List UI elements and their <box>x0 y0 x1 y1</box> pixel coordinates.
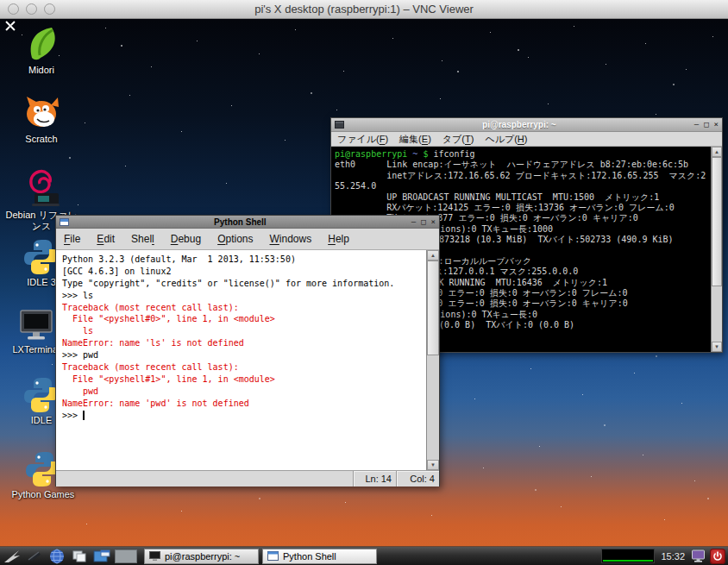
python-shell-line: Traceback (most recent call last): <box>62 361 437 374</box>
python-shell-scrollbar[interactable]: ▲ ▼ <box>426 250 439 470</box>
desktop-icon-label: LXTerminal <box>12 344 60 355</box>
file-manager-icon <box>27 549 42 563</box>
minimize-icon[interactable]: – <box>411 218 416 226</box>
iconify-windows-button[interactable] <box>70 548 89 565</box>
workspace-pager[interactable] <box>115 549 137 563</box>
stars-layer-bright <box>0 19 2 21</box>
terminal-task-icon <box>149 551 160 561</box>
menu-item[interactable]: Help <box>328 233 349 245</box>
taskbar-task-python-shell[interactable]: Python Shell <box>262 549 377 564</box>
show-desktop-button[interactable] <box>92 548 111 565</box>
python-shell-line: NameError: name 'pwd' is not defined <box>62 398 437 410</box>
scroll-up-icon[interactable]: ▲ <box>712 147 722 157</box>
terminal-line: eth0 Link encap:イーサネット ハードウェアアドレス b8:27:… <box>335 160 720 170</box>
shutdown-button[interactable] <box>710 549 725 564</box>
vnc-window-title: pi's X desktop (raspberrypi:1) – VNC Vie… <box>254 3 474 16</box>
desktop-icon-label: Midori <box>28 65 54 75</box>
taskbar-clock[interactable]: 15:32 <box>659 551 687 562</box>
minimize-icon[interactable]: – <box>694 121 699 129</box>
python-shell-window-icon <box>60 218 69 226</box>
menu-item[interactable]: ファイル(F) <box>337 133 388 146</box>
python-shell-line: ls <box>62 325 437 337</box>
midori-leaf-icon <box>22 24 61 64</box>
python-shell-line: >>> <box>62 410 437 422</box>
python-shell-task-icon <box>267 551 279 561</box>
web-browser-button[interactable] <box>47 548 66 565</box>
python-shell-titlebar[interactable]: Python Shell – □ × <box>56 216 439 229</box>
python-shell-line: NameError: name 'ls' is not defined <box>62 337 437 349</box>
cpu-usage-line <box>603 560 653 562</box>
terminal-menubar: ファイル(F)編集(E)タブ(T)ヘルプ(H) <box>331 132 722 147</box>
windows-stack-icon <box>72 549 87 563</box>
python-shell-line: Type "copyright", "credits" or "license(… <box>62 278 437 290</box>
python-shell-line: Traceback (most recent call last): <box>62 302 437 314</box>
python-shell-line: >>> pwd <box>62 349 437 361</box>
close-icon[interactable]: × <box>431 218 436 226</box>
python-shell-line: pwd <box>62 386 437 398</box>
lxde-logo-icon <box>3 549 21 564</box>
cpu-monitor[interactable] <box>601 549 655 563</box>
desktop-icon-label: Scratch <box>25 134 57 144</box>
menu-item[interactable]: 編集(E) <box>399 133 431 146</box>
close-button[interactable] <box>8 3 19 15</box>
python-shell-viewport[interactable]: Python 3.2.3 (default, Mar 1 2013, 11:53… <box>56 250 439 471</box>
zoom-button[interactable] <box>44 3 55 15</box>
scratch-cat-icon <box>22 95 61 133</box>
python-shell-window: Python Shell – □ × FileEditShellDebugOpt… <box>55 215 440 487</box>
scrollbar-thumb[interactable] <box>712 157 722 286</box>
scrollbar-thumb[interactable] <box>427 261 439 355</box>
menu-item[interactable]: File <box>64 233 80 245</box>
file-manager-button[interactable] <box>25 548 44 565</box>
status-col-indicator: Col: 4 <box>396 471 439 487</box>
desktop-icon-label: IDLE <box>31 415 52 425</box>
desktop-icon-label: IDLE 3 <box>27 277 56 287</box>
lxde-menu-button[interactable] <box>3 548 22 565</box>
desktop-icon-scratch[interactable]: Scratch <box>0 95 83 145</box>
python-shell-line: >>> ls <box>62 290 437 302</box>
scroll-down-icon[interactable]: ▼ <box>712 342 722 352</box>
terminal-line: pi@raspberrypi ~ $ ifconfig <box>335 149 720 160</box>
terminal-titlebar[interactable]: pi@raspberrypi: ~ – □ × <box>331 118 722 132</box>
lxterminal-monitor-icon <box>16 307 56 343</box>
python-shell-title: Python Shell <box>72 217 408 227</box>
desktop-icon-label: Python Games <box>12 489 75 499</box>
menu-item[interactable]: Debug <box>171 233 201 245</box>
maximize-icon[interactable]: □ <box>704 121 708 129</box>
python-shell-line: Python 3.2.3 (default, Mar 1 2013, 11:53… <box>62 254 437 266</box>
close-icon[interactable]: × <box>714 121 719 129</box>
menu-item[interactable]: Shell <box>131 233 154 245</box>
scroll-down-icon[interactable]: ▼ <box>427 460 439 470</box>
system-tray: 15:32 <box>601 549 725 564</box>
python-shell-line: File "<pyshell#0>", line 1, in <module> <box>62 313 437 325</box>
terminal-line: inetアドレス:172.16.65.62 ブロードキャスト:172.16.65… <box>335 171 720 181</box>
debian-swirl-icon <box>21 167 62 209</box>
power-icon <box>712 551 723 562</box>
terminal-window-icon <box>335 121 344 129</box>
status-line-indicator: Ln: 14 <box>353 471 396 487</box>
menu-item[interactable]: Options <box>217 233 253 245</box>
menu-item[interactable]: Edit <box>97 233 115 245</box>
desktop-icon-midori[interactable]: Midori <box>0 24 83 76</box>
menu-item[interactable]: タブ(T) <box>442 133 474 146</box>
task-label: Python Shell <box>283 551 336 562</box>
taskbar-task-terminal[interactable]: pi@raspberrypi: ~ <box>144 549 259 564</box>
terminal-line: UP BROADCAST RUNNING MULTICAST MTU:1500 … <box>335 192 720 203</box>
maximize-icon[interactable]: □ <box>421 218 425 226</box>
terminal-scrollbar[interactable]: ▲ ▼ <box>711 147 722 352</box>
terminal-line: 55.254.0 <box>335 181 720 191</box>
menu-item[interactable]: Windows <box>270 233 312 245</box>
python-shell-line: [GCC 4.6.3] on linux2 <box>62 266 437 278</box>
text-cursor <box>83 411 85 420</box>
scroll-up-icon[interactable]: ▲ <box>427 250 439 261</box>
vnc-window-titlebar: pi's X desktop (raspberrypi:1) – VNC Vie… <box>0 0 728 19</box>
menu-item[interactable]: ヘルプ(H) <box>485 133 527 146</box>
taskbar: pi@raspberrypi: ~ Python Shell 15:32 <box>0 546 728 565</box>
terminal-title: pi@raspberrypi: ~ <box>348 120 691 129</box>
python-shell-output: Python 3.2.3 (default, Mar 1 2013, 11:53… <box>56 250 439 421</box>
python-shell-line: File "<pyshell#1>", line 1, in <module> <box>62 374 437 386</box>
desktop-screen-icon <box>93 549 110 563</box>
task-label: pi@raspberrypi: ~ <box>165 551 240 562</box>
minimize-button[interactable] <box>26 3 37 15</box>
screen-lock-icon[interactable] <box>691 549 706 563</box>
globe-icon <box>49 549 65 564</box>
